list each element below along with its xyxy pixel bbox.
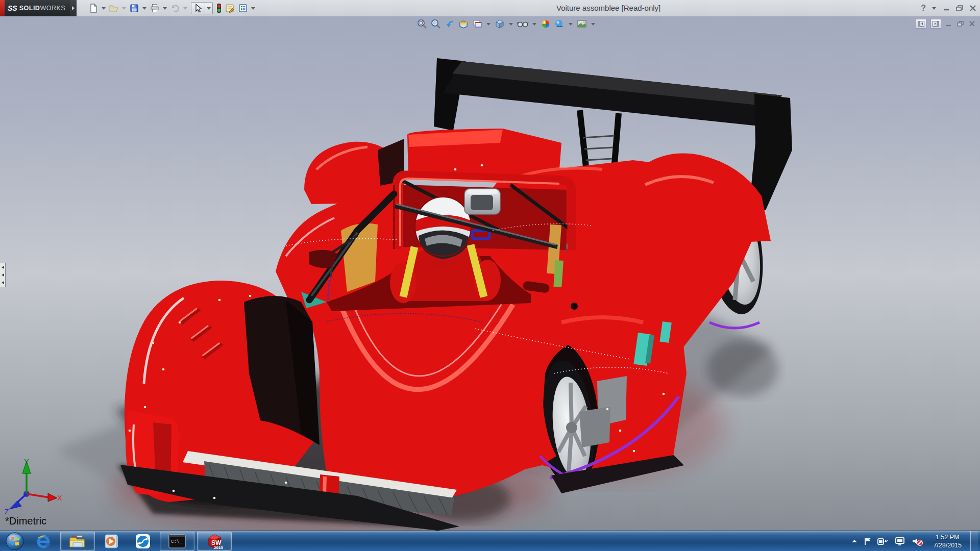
view-settings-button[interactable]	[576, 18, 588, 30]
solidworks-2015-icon: SW 2015	[205, 533, 224, 550]
view-orientation-button[interactable]	[471, 18, 483, 30]
internet-explorer-icon	[35, 533, 52, 549]
media-player-icon	[104, 533, 120, 549]
zoom-to-area-button[interactable]	[430, 18, 442, 30]
display-style-caret[interactable]	[509, 23, 513, 26]
windows-explorer-button[interactable]	[60, 532, 95, 551]
network-app-button[interactable]	[129, 532, 157, 550]
dassault-3ds-logo-icon: ЅS	[8, 4, 17, 12]
standard-toolbar	[88, 2, 257, 15]
triad-x-label: X	[57, 494, 62, 502]
command-prompt-button[interactable]: C:\_	[160, 532, 194, 551]
new-document-button[interactable]	[88, 2, 99, 14]
triad-z-label: Z	[5, 508, 9, 516]
taskbar-items: C:\_ SW 2015	[0, 532, 232, 551]
minimize-document-button[interactable]	[945, 20, 952, 28]
command-prompt-icon: C:\_	[168, 534, 186, 548]
driver-helmet	[415, 197, 471, 267]
document-window-controls	[916, 19, 976, 29]
heads-up-view-toolbar	[416, 18, 597, 30]
rear-view-camera-box[interactable]	[464, 189, 500, 214]
apply-scene-button[interactable]	[553, 18, 566, 30]
previous-view-button[interactable]	[444, 18, 456, 30]
hide-show-items-button[interactable]	[516, 18, 529, 30]
show-hidden-icons-button[interactable]	[851, 538, 858, 544]
power-plug-icon[interactable]	[877, 537, 889, 546]
view-orientation-label: *Dimetric	[5, 515, 46, 527]
solidworks-brand: ЅS SOLIDWORKS	[5, 0, 70, 16]
help-dropdown-caret[interactable]	[932, 7, 936, 10]
print-button[interactable]	[149, 2, 160, 14]
zoom-to-fit-button[interactable]	[416, 18, 428, 30]
restore-document-button[interactable]	[957, 20, 965, 28]
clock-date: 7/28/2015	[933, 541, 962, 549]
app-icon-sliver	[0, 0, 5, 16]
folder-icon	[69, 534, 86, 549]
model-viewport-render[interactable]	[0, 16, 980, 531]
checklist-dropdown-caret[interactable]	[251, 7, 255, 10]
orientation-triad: Y X Z	[2, 457, 63, 518]
open-document-button[interactable]	[108, 2, 119, 14]
select-tool-button[interactable]	[191, 3, 205, 14]
arrow-left-icon	[2, 273, 4, 277]
app-titlebar: ЅS SOLIDWORKS	[0, 0, 980, 17]
windows-taskbar: C:\_ SW 2015 1:52 PM 7/28/2015	[0, 531, 980, 551]
cmd-prompt-text: C:\_	[171, 539, 182, 544]
graphics-area[interactable]: Y X Z *Dimetric	[0, 16, 980, 531]
internet-explorer-button[interactable]	[29, 532, 58, 550]
open-dropdown-caret[interactable]	[122, 7, 126, 10]
volume-muted-icon[interactable]	[911, 536, 923, 546]
help-button[interactable]: ?	[921, 4, 926, 13]
save-dropdown-caret[interactable]	[142, 7, 146, 10]
menu-expand-arrow[interactable]	[70, 0, 77, 16]
new-dropdown-caret[interactable]	[102, 7, 106, 10]
collapse-right-pane-button[interactable]	[930, 19, 941, 29]
close-button[interactable]	[969, 4, 977, 12]
minimize-button[interactable]	[942, 4, 950, 12]
taskbar-clock[interactable]: 1:52 PM 7/28/2015	[933, 533, 962, 550]
window-controls: ?	[921, 0, 977, 16]
action-center-flag-icon[interactable]	[864, 537, 872, 546]
section-view-button[interactable]	[457, 18, 470, 30]
clock-time: 1:52 PM	[933, 533, 962, 541]
restore-button[interactable]	[955, 4, 964, 12]
windows-start-orb-icon	[5, 532, 24, 551]
caret-down-icon	[207, 7, 211, 10]
solidworks-2015-button[interactable]: SW 2015	[197, 532, 232, 551]
start-button[interactable]	[3, 532, 27, 550]
arrow-left-icon	[2, 266, 4, 269]
node-graph-app-icon	[135, 533, 151, 549]
arrow-left-icon	[2, 281, 4, 284]
hide-show-items-caret[interactable]	[532, 23, 536, 26]
print-dropdown-caret[interactable]	[163, 7, 167, 10]
view-settings-caret[interactable]	[591, 23, 595, 26]
system-tray: 1:52 PM 7/28/2015	[851, 531, 980, 551]
display-style-button[interactable]	[494, 18, 506, 30]
edit-appearance-button[interactable]	[540, 18, 552, 30]
select-dropdown-caret[interactable]	[205, 3, 212, 14]
show-desktop-button[interactable]	[970, 531, 978, 551]
brand-wordmark: SOLIDWORKS	[19, 5, 65, 12]
sw-year: 2015	[214, 545, 223, 550]
window-title: Voiture assomblee [Read-only]	[556, 4, 660, 12]
comment-note-button[interactable]	[224, 2, 236, 14]
collapse-left-pane-button[interactable]	[916, 19, 926, 29]
save-button[interactable]	[129, 2, 140, 14]
windows-media-player-button[interactable]	[97, 532, 126, 550]
select-tool-group	[191, 2, 213, 14]
apply-scene-caret[interactable]	[569, 23, 573, 26]
close-document-button[interactable]	[969, 20, 976, 28]
undo-dropdown-caret[interactable]	[183, 7, 187, 10]
triad-y-label: Y	[24, 458, 29, 466]
view-orientation-caret[interactable]	[486, 23, 491, 26]
undo-button[interactable]	[169, 2, 181, 14]
design-checklist-button[interactable]	[237, 2, 249, 14]
network-display-icon[interactable]	[894, 537, 905, 546]
interference-traffic-light-button[interactable]	[215, 2, 223, 15]
feature-tree-splitter-handle[interactable]	[0, 263, 6, 287]
arrow-right-icon	[72, 6, 75, 10]
